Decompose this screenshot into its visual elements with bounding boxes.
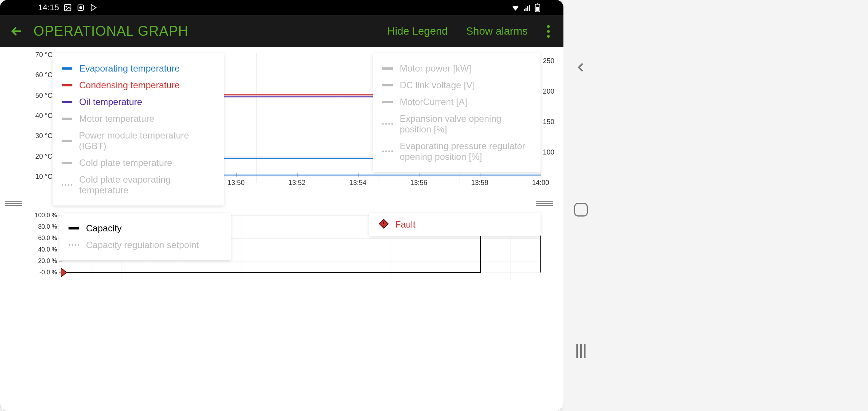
- legend-label: Cold plate temperature: [79, 158, 172, 168]
- legend-item[interactable]: Cold plate temperature: [62, 155, 215, 171]
- status-left: 14:15: [38, 3, 98, 13]
- legend-item[interactable]: Capacity: [69, 220, 222, 237]
- svg-point-3: [79, 6, 82, 9]
- clock: 14:15: [38, 3, 59, 13]
- legend-item[interactable]: DC link voltage [V]: [382, 77, 531, 94]
- legend-label: Oil temperature: [79, 97, 142, 107]
- legend-item[interactable]: Cold plate evaporating temperature: [62, 171, 215, 199]
- chevron-left-icon[interactable]: [574, 61, 587, 75]
- svg-point-11: [383, 225, 385, 226]
- legend-item[interactable]: Motor power [kW]: [382, 60, 531, 77]
- drag-handle-left[interactable]: [5, 201, 22, 206]
- status-bar: 14:15: [0, 0, 563, 15]
- menu-bars-icon[interactable]: [576, 344, 586, 358]
- more-menu-button[interactable]: [541, 22, 556, 40]
- legend-label: Cold plate evaporating temperature: [79, 174, 215, 196]
- legend-label: MotorCurrent [A]: [400, 97, 467, 107]
- battery-icon: [535, 3, 541, 12]
- back-button[interactable]: [8, 22, 26, 40]
- legend-label: Evaporating temperature: [79, 63, 180, 74]
- drag-handle-right[interactable]: [536, 201, 553, 206]
- legend-label: DC link voltage [V]: [400, 80, 475, 91]
- svg-rect-7: [529, 5, 530, 11]
- legend-item[interactable]: Oil temperature: [62, 94, 215, 110]
- legend-label: Evaporating pressure regulator opening p…: [400, 141, 531, 162]
- legend-label: Power module temperature (IGBT): [79, 130, 215, 151]
- content: 70 °C60 °C50 °C40 °C30 °C20 °C10 °C 2502…: [0, 47, 563, 411]
- device-frame: 14:15 OPERATIONA: [0, 0, 563, 411]
- legend-item[interactable]: Capacity regulation setpoint: [69, 237, 222, 253]
- legend-label: Capacity regulation setpoint: [86, 240, 199, 250]
- side-rail: [563, 0, 598, 411]
- legend-top-left: Evaporating temperatureCondensing temper…: [53, 53, 224, 206]
- legend-item[interactable]: Expansion valve opening position [%]: [382, 110, 531, 138]
- legend-item[interactable]: Condensing temperature: [62, 77, 215, 94]
- bottom-chart[interactable]: 100.0 %80.0 %60.0 %40.0 %20.0 %-0.0 % Ca…: [30, 212, 563, 280]
- signal-icon: [523, 3, 531, 12]
- page-title: OPERATIONAL GRAPH: [34, 23, 374, 39]
- empty-space: [598, 0, 868, 411]
- legend-item[interactable]: Power module temperature (IGBT): [62, 127, 215, 155]
- svg-rect-6: [527, 6, 528, 11]
- record-icon: [77, 3, 85, 12]
- hide-legend-button[interactable]: Hide Legend: [382, 22, 453, 40]
- fault-icon: [378, 218, 389, 231]
- wifi-icon: [511, 3, 520, 12]
- fault-label: Fault: [395, 219, 415, 230]
- svg-point-1: [66, 6, 67, 7]
- top-chart[interactable]: 70 °C60 °C50 °C40 °C30 °C20 °C10 °C 2502…: [30, 53, 563, 190]
- image-icon: [64, 3, 72, 12]
- svg-rect-9: [537, 3, 538, 5]
- svg-rect-5: [525, 8, 527, 11]
- show-alarms-button[interactable]: Show alarms: [461, 22, 533, 40]
- legend-item[interactable]: Evaporating pressure regulator opening p…: [382, 138, 531, 165]
- legend-label: Condensing temperature: [79, 80, 180, 91]
- legend-top-right: Motor power [kW]DC link voltage [V]Motor…: [373, 53, 541, 172]
- svg-rect-0: [65, 5, 71, 11]
- legend-bottom-left: CapacityCapacity regulation setpoint: [59, 213, 231, 260]
- legend-item[interactable]: MotorCurrent [A]: [382, 94, 531, 110]
- legend-bottom-right: Fault: [369, 213, 541, 236]
- svg-rect-4: [524, 9, 525, 11]
- legend-label: Motor temperature: [79, 113, 154, 124]
- svg-rect-10: [536, 7, 539, 11]
- legend-item[interactable]: Motor temperature: [62, 110, 215, 127]
- app-switch-icon[interactable]: [574, 203, 588, 217]
- play-store-icon: [89, 3, 98, 12]
- legend-item[interactable]: Evaporating temperature: [62, 60, 215, 77]
- legend-label: Capacity: [86, 223, 121, 234]
- legend-label: Motor power [kW]: [400, 63, 471, 74]
- legend-label: Expansion valve opening position [%]: [400, 113, 531, 135]
- app-bar: OPERATIONAL GRAPH Hide Legend Show alarm…: [0, 15, 563, 47]
- status-right: [511, 3, 541, 12]
